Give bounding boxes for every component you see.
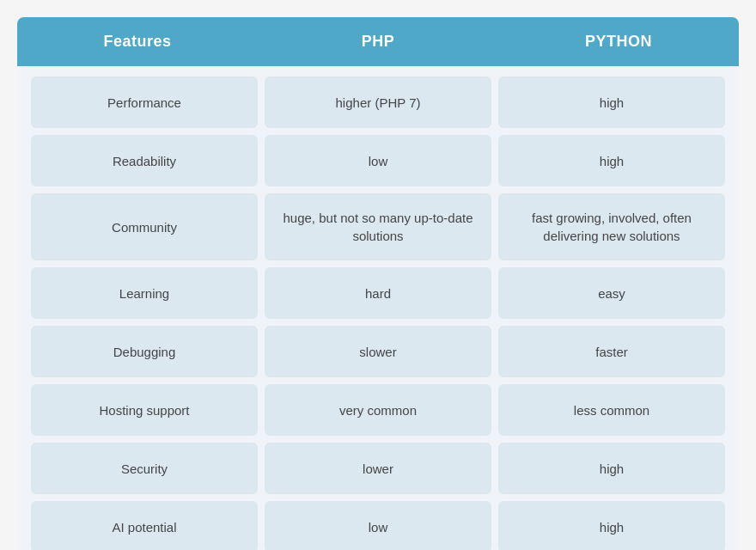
feature-cell-1: Readability (31, 135, 258, 186)
python-cell-1: high (498, 135, 725, 186)
python-cell-6: high (498, 443, 725, 494)
php-cell-3: hard (265, 267, 491, 319)
python-cell-0: high (498, 76, 725, 128)
python-cell-7: high (498, 501, 725, 550)
php-cell-1: low (265, 135, 491, 186)
table-row: Readabilitylowhigh (31, 135, 725, 186)
php-cell-0: higher (PHP 7) (265, 76, 491, 128)
php-cell-2: huge, but not so many up-to-date solutio… (265, 193, 491, 260)
feature-cell-5: Hosting support (31, 384, 258, 436)
feature-cell-3: Learning (31, 267, 258, 319)
php-cell-5: very common (265, 384, 491, 436)
python-cell-3: easy (498, 267, 725, 319)
table-row: Hosting supportvery commonless common (31, 384, 725, 436)
feature-cell-4: Debugging (31, 326, 258, 377)
table-row: Securitylowerhigh (31, 443, 725, 494)
comparison-table: Features PHP PYTHON Performancehigher (P… (17, 17, 739, 550)
table-header: Features PHP PYTHON (17, 17, 739, 66)
header-features: Features (17, 17, 258, 66)
feature-cell-6: Security (31, 443, 258, 494)
header-php: PHP (258, 17, 498, 66)
table-row: Communityhuge, but not so many up-to-dat… (31, 193, 725, 260)
table-row: Learninghardeasy (31, 267, 725, 319)
php-cell-6: lower (265, 443, 491, 494)
python-cell-2: fast growing, involved, often delivering… (498, 193, 725, 260)
table-row: Performancehigher (PHP 7)high (31, 76, 725, 128)
feature-cell-7: AI potential (31, 501, 258, 550)
feature-cell-0: Performance (31, 76, 258, 128)
python-cell-5: less common (498, 384, 725, 436)
python-cell-4: faster (498, 326, 725, 377)
php-cell-4: slower (265, 326, 491, 377)
table-row: AI potentiallowhigh (31, 501, 725, 550)
php-cell-7: low (265, 501, 491, 550)
feature-cell-2: Community (31, 193, 258, 260)
header-python: PYTHON (498, 17, 739, 66)
table-row: Debuggingslowerfaster (31, 326, 725, 377)
table-body: Performancehigher (PHP 7)highReadability… (17, 66, 739, 550)
